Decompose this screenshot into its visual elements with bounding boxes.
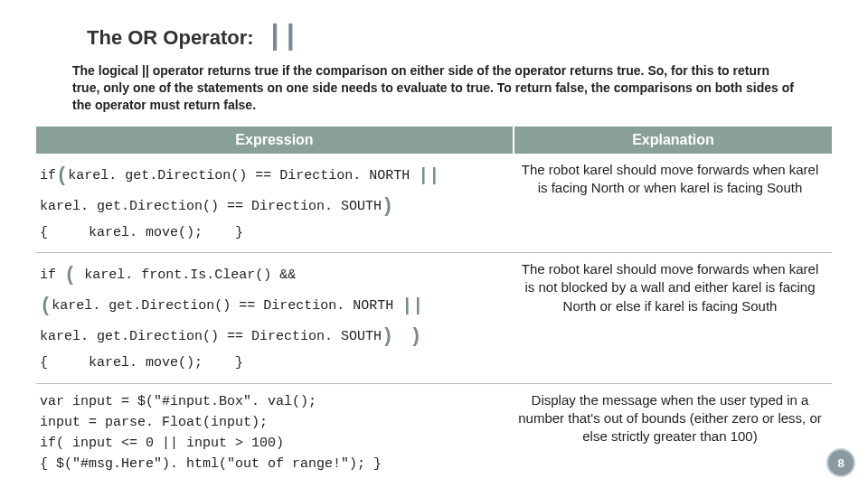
intro-text: The logical || operator returns true if … [72,62,796,114]
col-expression: Expression [36,127,514,154]
expression-cell: if(karel. get.Direction() == Direction. … [36,154,514,253]
table-row: if(karel. get.Direction() == Direction. … [36,154,832,253]
slide: The OR Operator: || The logical || opera… [0,0,868,488]
or-symbol: || [267,20,297,53]
explanation-cell: The robot karel should move forwards whe… [514,253,832,384]
explanation-cell: The robot karel should move forwards whe… [514,154,832,253]
col-explanation: Explanation [514,127,832,154]
table-row: if ( karel. front.Is.Clear() && (karel. … [36,253,832,384]
examples-table: Expression Explanation if(karel. get.Dir… [36,127,832,484]
expression-cell: var input = $("#input.Box". val(); input… [36,383,514,484]
expression-cell: if ( karel. front.Is.Clear() && (karel. … [36,253,514,384]
page-title: The OR Operator: [87,26,254,50]
table-row: var input = $("#input.Box". val(); input… [36,383,832,484]
explanation-cell: Display the message when the user typed … [514,383,832,484]
page-number-badge: 8 [828,450,854,475]
title-row: The OR Operator: || [87,20,832,53]
